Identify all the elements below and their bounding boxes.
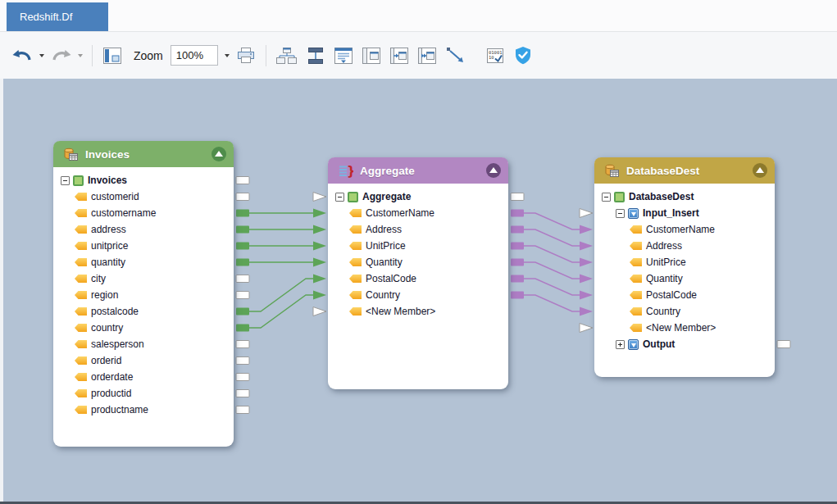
tree-row-country[interactable]: Country: [594, 303, 775, 320]
input-port-quantity[interactable]: [580, 275, 593, 284]
tree-row-productname[interactable]: productname: [53, 402, 234, 418]
auto-layout-tree-button[interactable]: [274, 43, 300, 69]
output-port-invoices[interactable]: [236, 177, 249, 184]
redo-menu-button[interactable]: [78, 54, 83, 57]
output-port-address[interactable]: [511, 226, 524, 234]
preview-data-button[interactable]: 01001 10: [483, 43, 508, 69]
output-port-customername[interactable]: [511, 210, 524, 217]
output-port-unitprice[interactable]: [236, 243, 249, 250]
input-port-address[interactable]: [580, 242, 593, 251]
collapse-node-button[interactable]: [486, 163, 501, 178]
collapse-node-button[interactable]: [753, 163, 767, 178]
link-invoices-postalcode[interactable]: [249, 279, 314, 311]
zoom-menu-button[interactable]: [225, 54, 230, 57]
node-header[interactable]: } Aggregate: [328, 157, 508, 184]
node-header[interactable]: Invoices: [53, 141, 234, 167]
tree-row-productid[interactable]: productid: [53, 385, 234, 402]
tree-row-postalcode[interactable]: PostalCode: [328, 270, 508, 287]
collapse-node-button[interactable]: [212, 147, 226, 161]
collapse-icon[interactable]: [602, 193, 611, 202]
node-databasedest[interactable]: DatabaseDestDatabaseDestInput_InsertCust…: [594, 157, 775, 377]
straight-link-button[interactable]: [443, 43, 468, 69]
output-port-postalcode[interactable]: [236, 308, 249, 316]
output-port-region[interactable]: [236, 292, 249, 299]
tree-row-databasedest[interactable]: DatabaseDest: [594, 188, 775, 205]
node-aggregate[interactable]: } AggregateAggregateCustomerNameAddressU…: [328, 157, 508, 389]
verify-dataflow-button[interactable]: [511, 43, 535, 69]
zoom-select[interactable]: 100%: [171, 45, 218, 66]
collapse-nodes-button[interactable]: [359, 43, 384, 69]
redo-button[interactable]: [48, 43, 74, 69]
output-port-customername[interactable]: [236, 210, 249, 217]
link-aggregate-country[interactable]: [524, 295, 580, 311]
expand-icon[interactable]: [616, 340, 625, 349]
output-port-country[interactable]: [236, 325, 249, 332]
tree-row-customerid[interactable]: customerid: [53, 188, 234, 205]
tree-row-country[interactable]: Country: [328, 287, 508, 303]
collapse-icon[interactable]: [61, 176, 70, 185]
link-aggregate-quantity[interactable]: [524, 262, 580, 279]
output-port-quantity[interactable]: [236, 259, 249, 266]
link-aggregate-customername[interactable]: [524, 213, 580, 229]
tree-row-invoices[interactable]: Invoices: [53, 172, 234, 188]
output-port-postalcode[interactable]: [511, 275, 524, 283]
undo-button[interactable]: [10, 43, 35, 69]
tab-redshift-df[interactable]: Redshift.Df: [7, 2, 108, 31]
tree-row-unitprice[interactable]: UnitPrice: [594, 254, 775, 270]
link-aggregate-unitprice[interactable]: [524, 246, 580, 262]
input-port-postalcode[interactable]: [313, 275, 326, 284]
output-port-orderid[interactable]: [236, 357, 249, 365]
input-port-customername[interactable]: [313, 209, 326, 218]
tree-row-quantity[interactable]: Quantity: [328, 254, 508, 270]
output-port-unitprice[interactable]: [511, 243, 524, 250]
input-port-customername[interactable]: [580, 225, 593, 234]
link-aggregate-postalcode[interactable]: [524, 279, 580, 295]
tree-row-address[interactable]: Address: [594, 238, 775, 254]
tree-row-quantity[interactable]: Quantity: [594, 270, 775, 287]
output-port-country[interactable]: [511, 292, 524, 299]
output-port-address[interactable]: [236, 226, 249, 234]
input-port-unitprice[interactable]: [580, 258, 593, 267]
fit-to-window-button[interactable]: [100, 43, 125, 69]
input-port-aggregate[interactable]: [313, 193, 326, 202]
output-port-salesperson[interactable]: [236, 341, 249, 348]
tree-row-quantity[interactable]: quantity: [53, 254, 234, 270]
input-port--new-member-[interactable]: [313, 307, 326, 316]
output-port-customerid[interactable]: [236, 193, 249, 201]
undo-menu-button[interactable]: [39, 54, 44, 57]
tree-row-salesperson[interactable]: salesperson: [53, 336, 234, 352]
print-button[interactable]: [234, 43, 258, 69]
collapse-icon[interactable]: [335, 193, 344, 202]
output-port-output[interactable]: [777, 341, 790, 348]
node-invoices[interactable]: InvoicesInvoicescustomeridcustomernamead…: [53, 141, 234, 447]
input-port-country[interactable]: [580, 307, 593, 316]
node-header[interactable]: DatabaseDest: [594, 157, 775, 184]
expand-all-nodes-button[interactable]: [331, 43, 357, 69]
input-port-country[interactable]: [313, 291, 326, 300]
output-port-quantity[interactable]: [511, 259, 524, 266]
tree-row-postalcode[interactable]: postalcode: [53, 303, 234, 320]
tree-row-unitprice[interactable]: unitprice: [53, 238, 234, 254]
tree-row--new-member-[interactable]: <New Member>: [594, 320, 775, 336]
output-port-city[interactable]: [236, 275, 249, 283]
tree-row-address[interactable]: Address: [328, 221, 508, 238]
tree-row-orderid[interactable]: orderid: [53, 352, 234, 369]
auto-layout-vertical-button[interactable]: [303, 43, 329, 69]
tree-row-input-insert[interactable]: Input_Insert: [594, 205, 775, 221]
input-port-unitprice[interactable]: [313, 242, 326, 251]
output-port-productname[interactable]: [236, 406, 249, 414]
output-port-productid[interactable]: [236, 390, 249, 397]
tree-row-address[interactable]: address: [53, 221, 234, 238]
tree-row-country[interactable]: country: [53, 320, 234, 336]
input-port-input-insert[interactable]: [580, 209, 593, 218]
tree-row-aggregate[interactable]: Aggregate: [328, 188, 508, 205]
tree-row--new-member-[interactable]: <New Member>: [328, 303, 508, 320]
dataflow-canvas[interactable]: InvoicesInvoicescustomeridcustomernamead…: [0, 79, 837, 504]
tree-row-output[interactable]: Output: [594, 336, 775, 352]
output-port-aggregate[interactable]: [511, 193, 524, 201]
expand-all-columns-button[interactable]: [415, 43, 440, 69]
tree-row-customername[interactable]: CustomerName: [594, 221, 775, 238]
output-port-orderdate[interactable]: [236, 374, 249, 381]
tree-row-customername[interactable]: CustomerName: [328, 205, 508, 221]
collapse-icon[interactable]: [616, 209, 625, 218]
